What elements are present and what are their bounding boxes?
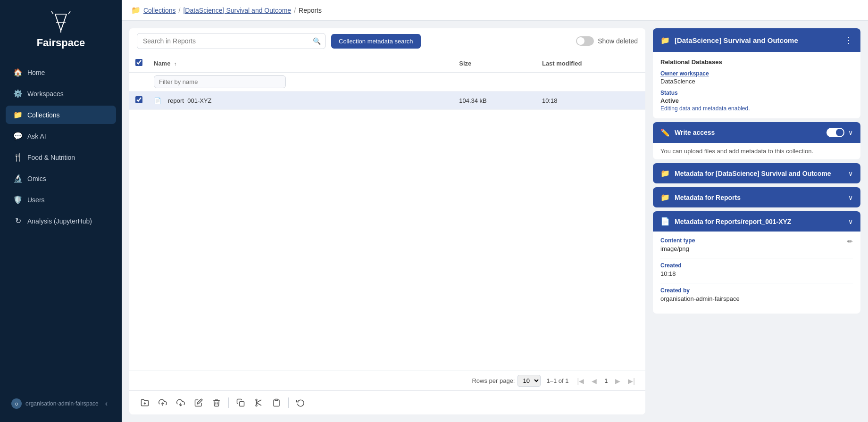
svg-line-5 bbox=[68, 11, 70, 14]
last-modified-column-header[interactable]: Last modified bbox=[536, 54, 645, 73]
sidebar-item-label: Workspaces bbox=[27, 90, 64, 98]
table-row[interactable]: 📄 report_001-XYZ 104.34 kB 10:18 bbox=[129, 91, 645, 110]
created-by-value: organisation-admin-fairspace bbox=[660, 295, 853, 302]
sidebar-item-home[interactable]: 🏠 Home bbox=[6, 63, 116, 82]
delete-button[interactable] bbox=[209, 396, 225, 410]
sidebar-item-users[interactable]: 🛡️ Users bbox=[6, 190, 116, 209]
name-column-header[interactable]: Name ↑ bbox=[148, 54, 453, 73]
content-type-label: Content type bbox=[660, 237, 695, 244]
paste-button[interactable] bbox=[268, 396, 284, 410]
footer-username: organisation-admin-fairspace bbox=[25, 400, 99, 407]
rename-button[interactable] bbox=[191, 396, 207, 410]
meta-row-content-type: Content type ✏ image/png bbox=[660, 237, 853, 252]
collection-folder-icon: 📁 bbox=[660, 36, 670, 45]
search-icon-button[interactable]: 🔍 bbox=[313, 37, 321, 45]
upload-button[interactable] bbox=[155, 396, 171, 410]
workspaces-icon: ⚙️ bbox=[13, 89, 23, 98]
sidebar-item-workspaces[interactable]: ⚙️ Workspaces bbox=[6, 84, 116, 103]
action-divider-1 bbox=[228, 397, 229, 408]
pagination-bar: Rows per page: 10 25 50 1–1 of 1 |◀ ◀ 1 … bbox=[129, 371, 645, 390]
rows-per-page: Rows per page: 10 25 50 bbox=[472, 375, 541, 387]
collection-meta-search-button[interactable]: Collection metadata search bbox=[331, 34, 421, 49]
sidebar-item-collections[interactable]: 📁 Collections bbox=[6, 106, 116, 124]
svg-rect-11 bbox=[240, 402, 244, 406]
new-folder-button[interactable] bbox=[137, 396, 153, 410]
collection-menu-button[interactable]: ⋮ bbox=[844, 35, 853, 45]
action-toolbar bbox=[129, 390, 645, 414]
sidebar-item-label: Food & Nutrition bbox=[27, 154, 75, 161]
show-deleted-label: Show deleted bbox=[598, 37, 638, 45]
search-toolbar: 🔍 Collection metadata search Show delete… bbox=[129, 28, 645, 54]
show-deleted-toggle[interactable] bbox=[576, 36, 594, 46]
sidebar-item-analysis[interactable]: ↻ Analysis (JupyterHub) bbox=[6, 212, 116, 230]
download-button[interactable] bbox=[173, 396, 189, 410]
metadata-reports-chevron[interactable]: ∨ bbox=[848, 194, 853, 201]
sidebar-collapse-btn[interactable]: ‹ bbox=[102, 398, 110, 409]
metadata-file-title: Metadata for Reports/report_001-XYZ bbox=[675, 218, 791, 225]
sidebar-item-food-nutrition[interactable]: 🍴 Food & Nutrition bbox=[6, 148, 116, 166]
sidebar-item-ask-ai[interactable]: 💬 Ask AI bbox=[6, 127, 116, 145]
copy-button[interactable] bbox=[233, 396, 249, 410]
created-label: Created bbox=[660, 262, 853, 269]
write-access-left: ✏️ Write access bbox=[660, 128, 715, 137]
file-size: 104.34 kB bbox=[453, 91, 536, 110]
file-icon: 📄 bbox=[154, 97, 161, 104]
filter-by-name-input[interactable] bbox=[154, 75, 286, 88]
collection-title: [DataScience] Survival and Outcome bbox=[675, 36, 798, 44]
metadata-reports-title: Metadata for Reports bbox=[675, 194, 741, 201]
select-all-checkbox[interactable] bbox=[135, 59, 142, 66]
metadata-file-icon: 📄 bbox=[660, 217, 670, 226]
content-type-edit-button[interactable]: ✏ bbox=[847, 238, 853, 245]
history-button[interactable] bbox=[292, 396, 309, 410]
metadata-reports-header: 📁 Metadata for Reports ∨ bbox=[653, 187, 860, 207]
meta-row-created-by: Created by organisation-admin-fairspace bbox=[660, 287, 853, 302]
next-page-btn[interactable]: ▶ bbox=[612, 376, 623, 386]
sidebar-item-label: Omics bbox=[27, 175, 46, 182]
sidebar-item-label: Home bbox=[27, 69, 45, 76]
breadcrumb: 📁 Collections / [DataScience] Survival a… bbox=[122, 0, 868, 21]
metadata-collection-chevron[interactable]: ∨ bbox=[848, 170, 853, 177]
collection-info-card: 📁 [DataScience] Survival and Outcome ⋮ R… bbox=[653, 28, 860, 118]
first-page-btn[interactable]: |◀ bbox=[574, 376, 587, 386]
sidebar-item-label: Analysis (JupyterHub) bbox=[27, 217, 92, 225]
analysis-icon: ↻ bbox=[13, 216, 23, 225]
metadata-reports-header-left: 📁 Metadata for Reports bbox=[660, 193, 741, 202]
write-access-chevron[interactable]: ∨ bbox=[848, 129, 853, 136]
metadata-collection-title: Metadata for [DataScience] Survival and … bbox=[675, 170, 831, 177]
avatar: o bbox=[11, 398, 22, 409]
content-type-value: image/png bbox=[660, 245, 853, 252]
search-input-wrapper: 🔍 bbox=[137, 33, 326, 49]
breadcrumb-sep-2: / bbox=[294, 7, 296, 14]
breadcrumb-link-collection[interactable]: [DataScience] Survival and Outcome bbox=[183, 7, 291, 14]
ask-ai-icon: 💬 bbox=[13, 132, 23, 141]
prev-page-btn[interactable]: ◀ bbox=[589, 376, 600, 386]
status-value: Active bbox=[660, 97, 853, 104]
svg-point-13 bbox=[256, 399, 257, 401]
breadcrumb-current: Reports bbox=[299, 7, 322, 14]
metadata-collection-header-left: 📁 Metadata for [DataScience] Survival an… bbox=[660, 169, 831, 178]
write-access-pencil-icon: ✏️ bbox=[660, 128, 670, 137]
food-nutrition-icon: 🍴 bbox=[13, 153, 23, 162]
pagination-range: 1–1 of 1 bbox=[546, 377, 568, 384]
metadata-file-header-left: 📄 Metadata for Reports/report_001-XYZ bbox=[660, 217, 791, 226]
metadata-file-body: Content type ✏ image/png Created 10:18 C… bbox=[653, 232, 860, 314]
sidebar-item-label: Ask AI bbox=[27, 132, 46, 140]
breadcrumb-link-collections[interactable]: Collections bbox=[143, 7, 175, 14]
metadata-file-chevron[interactable]: ∨ bbox=[848, 218, 853, 225]
collection-info-body: Relational Databases Owner workspace Dat… bbox=[653, 52, 860, 118]
logo: Fairspace bbox=[37, 9, 85, 49]
pagination-nav: |◀ ◀ 1 ▶ ▶| bbox=[574, 376, 638, 386]
write-access-title: Write access bbox=[675, 129, 715, 136]
write-access-toggle[interactable] bbox=[826, 128, 844, 137]
storage-type: Relational Databases bbox=[660, 58, 853, 66]
svg-point-12 bbox=[256, 405, 257, 406]
svg-line-4 bbox=[51, 11, 53, 14]
last-page-btn[interactable]: ▶| bbox=[625, 376, 638, 386]
sidebar-item-omics[interactable]: 🔬 Omics bbox=[6, 169, 116, 188]
rows-per-page-select[interactable]: 10 25 50 bbox=[517, 375, 541, 387]
search-input[interactable] bbox=[137, 33, 326, 49]
cut-button[interactable] bbox=[250, 396, 267, 410]
collection-info-header-left: 📁 [DataScience] Survival and Outcome bbox=[660, 36, 798, 45]
row-checkbox[interactable] bbox=[135, 96, 142, 103]
size-column-header[interactable]: Size bbox=[453, 54, 536, 73]
